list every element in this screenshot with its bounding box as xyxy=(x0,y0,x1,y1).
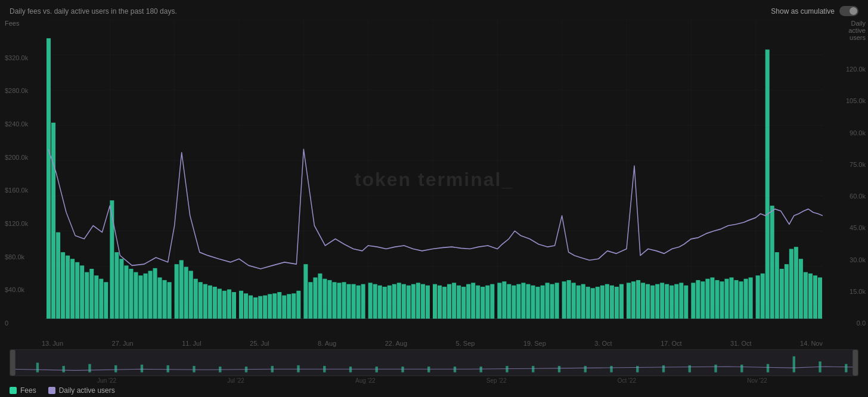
cumulative-toggle[interactable] xyxy=(839,6,858,16)
svg-rect-52 xyxy=(199,282,203,318)
x-label-5: 22. Aug xyxy=(385,340,407,347)
svg-rect-162 xyxy=(744,279,748,319)
svg-rect-213 xyxy=(16,350,852,376)
svg-rect-139 xyxy=(631,281,636,318)
svg-rect-82 xyxy=(347,284,351,319)
svg-rect-95 xyxy=(411,284,416,319)
svg-rect-137 xyxy=(619,284,624,319)
left-tick-4: $200.0k xyxy=(5,154,33,161)
svg-rect-105 xyxy=(461,287,466,319)
mini-label-5: Nov '22 xyxy=(747,377,767,384)
svg-rect-129 xyxy=(581,284,585,319)
svg-rect-84 xyxy=(356,286,361,319)
svg-rect-75 xyxy=(313,277,317,318)
svg-rect-119 xyxy=(531,286,535,319)
svg-rect-70 xyxy=(287,294,291,318)
svg-rect-140 xyxy=(636,280,640,319)
svg-rect-147 xyxy=(669,286,674,319)
top-bar: Daily fees vs. daily active users in the… xyxy=(0,6,868,20)
left-tick-6: $120.0k xyxy=(5,220,33,227)
svg-rect-154 xyxy=(705,279,709,319)
svg-rect-90 xyxy=(388,286,392,319)
svg-rect-170 xyxy=(785,264,789,318)
svg-rect-49 xyxy=(184,267,188,319)
svg-rect-114 xyxy=(507,284,511,319)
svg-rect-35 xyxy=(114,252,119,318)
svg-rect-86 xyxy=(368,283,373,318)
svg-rect-88 xyxy=(378,286,382,319)
mini-label-4: Oct '22 xyxy=(618,377,636,384)
svg-rect-134 xyxy=(605,284,609,319)
svg-rect-54 xyxy=(208,286,212,319)
mini-navigator[interactable] xyxy=(10,349,858,376)
right-tick-5: 60.0k xyxy=(835,193,866,200)
x-label-3: 25. Jul xyxy=(250,340,269,347)
svg-rect-148 xyxy=(674,284,678,319)
svg-rect-99 xyxy=(433,284,437,319)
svg-rect-145 xyxy=(660,283,664,318)
svg-rect-157 xyxy=(720,281,724,318)
svg-rect-171 xyxy=(789,249,793,319)
svg-rect-81 xyxy=(342,282,346,318)
svg-rect-151 xyxy=(691,283,695,318)
svg-rect-125 xyxy=(562,281,566,318)
mini-x-labels: Jun '22 Jul '22 Aug '22 Sep '22 Oct '22 … xyxy=(0,376,868,384)
svg-rect-174 xyxy=(804,272,808,319)
svg-rect-41 xyxy=(144,274,148,319)
legend: Fees Daily active users xyxy=(0,384,868,397)
mini-label-3: Sep '22 xyxy=(486,377,507,384)
fees-legend-icon xyxy=(10,387,17,394)
svg-rect-126 xyxy=(567,280,571,319)
left-tick-9: 0 xyxy=(5,320,33,327)
svg-rect-153 xyxy=(700,281,705,318)
svg-rect-77 xyxy=(323,279,327,319)
svg-rect-51 xyxy=(194,279,198,319)
right-tick-2: 105.0k xyxy=(835,97,866,104)
svg-rect-37 xyxy=(124,265,128,318)
fees-legend-item: Fees xyxy=(10,386,36,395)
svg-rect-166 xyxy=(765,49,770,318)
svg-rect-104 xyxy=(457,286,461,319)
toggle-label: Show as cumulative xyxy=(771,7,835,15)
users-legend-item: Daily active users xyxy=(48,386,115,395)
svg-rect-212 xyxy=(852,350,858,376)
svg-rect-146 xyxy=(665,284,669,319)
svg-rect-130 xyxy=(586,287,590,319)
right-axis-label: Daily active users xyxy=(835,20,866,41)
x-label-0: 13. Jun xyxy=(42,340,63,347)
toggle-area: Show as cumulative xyxy=(771,6,858,16)
svg-rect-83 xyxy=(352,284,356,319)
right-tick-6: 45.0k xyxy=(835,224,866,231)
svg-rect-89 xyxy=(383,287,387,319)
x-label-10: 31. Oct xyxy=(730,340,751,347)
svg-rect-133 xyxy=(600,286,604,319)
svg-rect-115 xyxy=(512,286,516,319)
svg-rect-117 xyxy=(521,283,525,318)
svg-rect-50 xyxy=(189,271,193,318)
main-chart-area: token terminal_ xyxy=(45,20,823,339)
svg-rect-94 xyxy=(407,286,411,319)
svg-rect-175 xyxy=(808,274,813,319)
x-label-9: 17. Oct xyxy=(661,340,681,347)
svg-rect-27 xyxy=(75,262,79,319)
svg-rect-26 xyxy=(70,259,75,318)
svg-rect-53 xyxy=(203,284,207,319)
right-tick-7: 30.0k xyxy=(835,256,866,263)
svg-rect-150 xyxy=(684,286,688,319)
svg-rect-57 xyxy=(222,291,227,319)
svg-rect-103 xyxy=(452,283,456,318)
svg-rect-22 xyxy=(51,123,55,319)
svg-rect-59 xyxy=(232,292,236,319)
svg-rect-32 xyxy=(99,279,103,319)
svg-rect-152 xyxy=(696,280,700,319)
chart-container: Daily fees vs. daily active users in the… xyxy=(0,0,868,397)
svg-rect-46 xyxy=(168,282,172,318)
svg-rect-47 xyxy=(175,264,179,318)
svg-rect-92 xyxy=(397,283,401,318)
svg-rect-101 xyxy=(442,287,447,319)
svg-rect-60 xyxy=(239,291,243,319)
main-chart-svg xyxy=(45,20,823,339)
svg-rect-76 xyxy=(318,274,322,319)
svg-rect-97 xyxy=(421,284,425,319)
svg-rect-158 xyxy=(724,279,728,319)
